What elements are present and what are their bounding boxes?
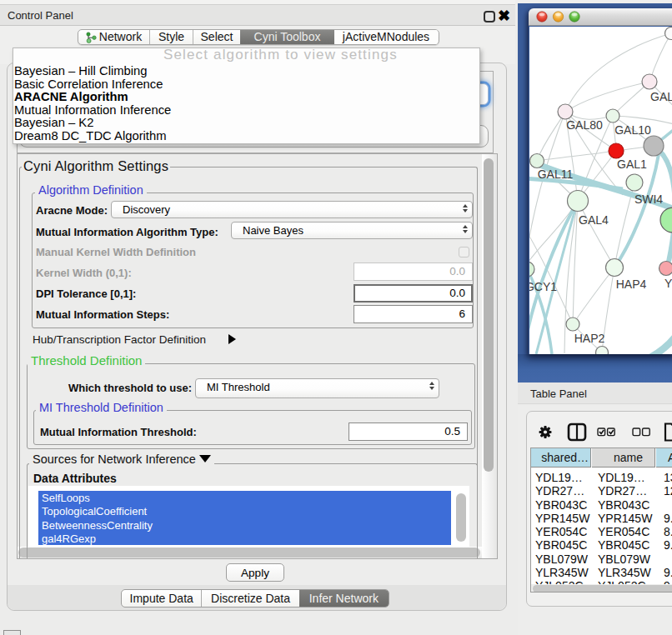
svg-text:GAL80: GAL80 [566, 118, 603, 132]
svg-text:GAL2: GAL2 [650, 90, 672, 103]
svg-text:GAL1: GAL1 [617, 158, 647, 171]
svg-text:GAL11: GAL11 [538, 168, 574, 181]
svg-text:GAL10: GAL10 [614, 123, 651, 137]
svg-text:GAL4: GAL4 [579, 213, 609, 227]
svg-text:GCY1: GCY1 [529, 280, 557, 293]
svg-text:HAP4: HAP4 [616, 278, 647, 291]
svg-text:HAP2: HAP2 [574, 332, 605, 345]
svg-text:SWI4: SWI4 [634, 192, 663, 206]
svg-text:YB: YB [664, 277, 672, 290]
